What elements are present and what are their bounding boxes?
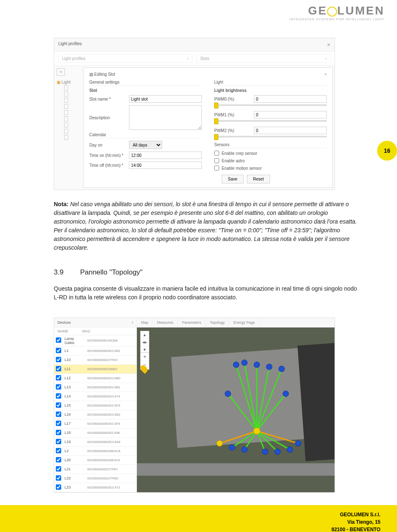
- tree-leaf[interactable]: [64, 98, 68, 103]
- svg-line-4: [257, 369, 282, 431]
- device-mac: 00158D000002EC3F6: [86, 419, 136, 428]
- tab-topology[interactable]: Topology: [206, 318, 230, 327]
- crep-sensor-checkbox[interactable]: [214, 151, 219, 156]
- tab-light-profiles[interactable]: Light profiles‹: [58, 54, 192, 63]
- device-checkbox[interactable]: [56, 337, 61, 343]
- tab-slots[interactable]: Slots›: [196, 54, 330, 63]
- devices-table: Lamp Galee00158D000014A388L100158D000002…: [54, 335, 136, 492]
- pwm2-input[interactable]: [254, 127, 327, 134]
- table-row[interactable]: L2000158D0000028E4C9: [54, 455, 136, 465]
- device-checkbox[interactable]: [56, 375, 61, 380]
- light-column: Light Light brightness PWM0 (%) PWM1 (%)…: [214, 80, 327, 183]
- slot-name-input[interactable]: [129, 95, 202, 103]
- save-button[interactable]: Save: [222, 175, 244, 183]
- dayon-label: Day on: [89, 143, 127, 147]
- section-heading: 3.9Pannello "Topology": [54, 267, 360, 278]
- chevron-left-icon: ‹: [187, 56, 189, 61]
- pwm1-slider[interactable]: [214, 120, 327, 122]
- description-textarea[interactable]: [129, 105, 202, 130]
- astro-checkbox[interactable]: [214, 158, 219, 163]
- device-mac: 00158D000002EC3F8: [86, 401, 136, 410]
- pwm0-slider[interactable]: [214, 104, 327, 106]
- chevron-left-icon[interactable]: ‹: [132, 320, 133, 325]
- device-mac: 00158D000002EC474: [86, 392, 136, 401]
- topology-map[interactable]: ▴◂▸▾ +−: [137, 327, 335, 492]
- lamp-node-icon: [266, 364, 272, 370]
- device-checkbox[interactable]: [56, 430, 61, 435]
- table-row[interactable]: L1700158D000002EC3F6: [54, 419, 136, 428]
- map-tabs: MapMeasuresParametersTopologyEnergy Page: [137, 318, 335, 327]
- col-name: NAME: [57, 329, 82, 333]
- sub-tabs: Light profiles‹ Slots›: [54, 52, 335, 66]
- device-checkbox[interactable]: [56, 402, 61, 408]
- motion-sensor-checkbox[interactable]: [214, 166, 219, 171]
- table-row[interactable]: L1300158D000002EC4B1: [54, 383, 136, 392]
- footer-addr2: 82100 - BENEVENTO: [332, 527, 381, 532]
- device-checkbox[interactable]: [56, 366, 61, 371]
- device-name: L12: [63, 373, 86, 383]
- screenshot-topology: Devices‹ NAMEMAC Lamp Galee00158D000014A…: [54, 318, 335, 493]
- tree-leaf[interactable]: [64, 135, 68, 140]
- device-checkbox[interactable]: [56, 357, 61, 362]
- tree-root[interactable]: ▣ Light: [57, 79, 81, 85]
- table-row[interactable]: L2300158D000002EC473: [54, 483, 136, 492]
- device-checkbox[interactable]: [56, 484, 61, 490]
- tree-leaf[interactable]: [64, 129, 68, 134]
- close-icon[interactable]: ×: [324, 72, 327, 77]
- device-mac: 00158D0000028E4CA: [86, 446, 136, 455]
- dayon-select[interactable]: All days: [129, 141, 162, 149]
- device-checkbox[interactable]: [56, 393, 61, 399]
- tab-parameters[interactable]: Parameters: [178, 318, 206, 327]
- table-row[interactable]: L1500158D000002EC3F8: [54, 401, 136, 410]
- tab-measures[interactable]: Measures: [153, 318, 178, 327]
- lamp-node-icon: [283, 391, 289, 397]
- device-checkbox[interactable]: [56, 348, 61, 353]
- table-row[interactable]: L1400158D000002EC474: [54, 392, 136, 401]
- timeoff-input[interactable]: [129, 161, 202, 169]
- table-row[interactable]: L1900158D000002EC4A9: [54, 437, 136, 446]
- device-mac: 00158D0000228062: [86, 364, 136, 373]
- device-checkbox[interactable]: [56, 412, 61, 417]
- table-row[interactable]: Lamp Galee00158D000014A388: [54, 335, 136, 347]
- table-row[interactable]: L1000158D0000227F0C: [54, 355, 136, 364]
- document-body: Nota: Nel caso venga abilitato uno dei s…: [0, 190, 397, 310]
- device-checkbox[interactable]: [56, 457, 61, 462]
- tree-leaf[interactable]: [64, 110, 68, 115]
- devices-panel: Devices‹ NAMEMAC Lamp Galee00158D000014A…: [54, 318, 137, 492]
- pwm1-input[interactable]: [254, 111, 327, 118]
- timeon-input[interactable]: [129, 152, 202, 159]
- device-checkbox[interactable]: [56, 384, 61, 390]
- table-row[interactable]: L2100158D0000227FB7: [54, 465, 136, 474]
- table-row[interactable]: L1800158D000002EC45E: [54, 428, 136, 437]
- nota-paragraph: Nota: Nel caso venga abilitato uno dei s…: [54, 200, 360, 252]
- device-checkbox[interactable]: [56, 475, 61, 481]
- lamp-node-icon: [262, 449, 268, 455]
- folder-icon: ▣: [57, 80, 60, 84]
- device-checkbox[interactable]: [56, 466, 61, 472]
- tab-map[interactable]: Map: [137, 318, 153, 327]
- reset-button[interactable]: Reset: [247, 175, 270, 183]
- tree-leaf[interactable]: [64, 104, 68, 109]
- table-row[interactable]: L200158D0000028E4CA: [54, 446, 136, 455]
- close-icon[interactable]: ×: [327, 41, 330, 48]
- table-row[interactable]: L1100158D0000228062: [54, 364, 136, 373]
- table-row[interactable]: L1200158D000002EC4B0: [54, 373, 136, 383]
- lamp-node-icon: [233, 362, 239, 368]
- device-checkbox[interactable]: [56, 448, 61, 453]
- tree-leaf[interactable]: [64, 123, 68, 128]
- table-row[interactable]: L1600158D000002EC4B2: [54, 410, 136, 419]
- table-row[interactable]: L100158D000002EC400: [54, 346, 136, 355]
- device-checkbox[interactable]: [56, 421, 61, 426]
- tree-leaf[interactable]: [64, 91, 68, 96]
- screenshot-light-profiles: Light profiles × Light profiles‹ Slots› …: [54, 38, 335, 190]
- tab-energy-page[interactable]: Energy Page: [230, 318, 260, 327]
- tree-leaf[interactable]: [64, 85, 68, 90]
- device-checkbox[interactable]: [56, 439, 61, 444]
- pwm2-slider[interactable]: [214, 136, 327, 137]
- pwm0-input[interactable]: [254, 95, 327, 103]
- tree-leaf[interactable]: [64, 116, 68, 121]
- table-row[interactable]: L2200158D0000227FBD: [54, 474, 136, 483]
- lamp-node-icon: [225, 391, 231, 397]
- device-name: L2: [63, 446, 86, 455]
- add-profile-button[interactable]: +: [57, 68, 65, 76]
